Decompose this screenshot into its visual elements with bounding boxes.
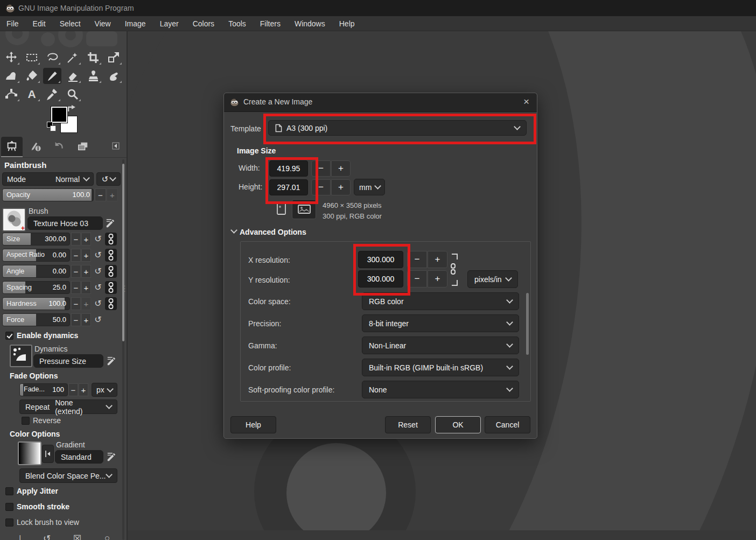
crop-tool-icon[interactable] (84, 50, 102, 66)
menu-windows[interactable]: Windows (295, 19, 325, 28)
dialog-titlebar[interactable]: Create a New Image × (224, 93, 537, 112)
menu-image[interactable]: Image (125, 19, 146, 28)
landscape-orientation-button[interactable] (292, 199, 316, 219)
color-space-dropdown[interactable]: RGB color (362, 292, 519, 310)
spacing-decrease-button[interactable]: − (71, 281, 81, 294)
portrait-orientation-icon[interactable] (276, 201, 286, 215)
resolution-unit-dropdown[interactable]: pixels/in (467, 270, 518, 288)
tab-tool-options[interactable] (1, 137, 23, 158)
width-decrease-button[interactable]: − (311, 160, 331, 177)
mode-reset-button[interactable]: ↺ (96, 172, 121, 186)
color-profile-dropdown[interactable]: Built-in RGB (GIMP built-in sRGB) (362, 359, 519, 376)
brush-name-field[interactable]: Texture Hose 03 (27, 216, 103, 230)
x-resolution-input[interactable]: 300.000 (358, 251, 403, 268)
aspect-ratio-link-button[interactable] (105, 249, 117, 262)
fuzzy-select-tool-icon[interactable] (64, 50, 82, 66)
angle-link-button[interactable] (105, 265, 117, 278)
menu-tools[interactable]: Tools (228, 19, 246, 28)
hardness-slider[interactable]: Hardness100.0 (2, 297, 70, 310)
eraser-tool-icon[interactable] (64, 68, 82, 84)
aspect-ratio-slider[interactable]: Aspect Ratio0.00 (2, 249, 70, 262)
gradient-thumbnail[interactable] (18, 441, 41, 465)
fade-increase-button[interactable]: + (79, 383, 88, 396)
menu-edit[interactable]: Edit (33, 19, 46, 28)
foreground-color-swatch[interactable] (51, 106, 68, 123)
width-input[interactable]: 419.95 (269, 160, 308, 177)
template-dropdown[interactable]: A3 (300 ppi) (268, 120, 527, 136)
swap-colors-icon[interactable] (67, 104, 76, 113)
tab-images[interactable] (72, 137, 94, 156)
height-decrease-button[interactable]: − (311, 179, 331, 195)
repeat-dropdown[interactable]: Repeat None (extend) (19, 399, 117, 414)
smooth-stroke-checkbox[interactable] (5, 503, 13, 511)
gamma-dropdown[interactable]: Non-Linear (362, 336, 519, 354)
tab-undo-history[interactable] (48, 137, 70, 156)
clone-tool-icon[interactable] (84, 68, 102, 84)
help-button[interactable]: Help (230, 416, 276, 433)
close-icon[interactable]: × (523, 96, 529, 108)
brush-thumbnail[interactable]: + (2, 208, 26, 232)
angle-slider[interactable]: Angle0.00 (2, 265, 70, 278)
angle-increase-button[interactable]: + (81, 265, 91, 278)
fade-decrease-button[interactable]: − (68, 383, 78, 396)
text-tool-icon[interactable]: A (23, 86, 41, 102)
advanced-options-header[interactable]: Advanced Options (240, 228, 306, 236)
dynamics-thumbnail[interactable] (10, 345, 32, 367)
gradient-tool-icon[interactable] (2, 68, 20, 84)
aspect-ratio-increase-button[interactable]: + (81, 249, 91, 262)
zoom-tool-icon[interactable] (64, 86, 82, 102)
transform-tool-icon[interactable] (104, 50, 123, 66)
advanced-scrollbar-thumb[interactable] (526, 293, 529, 355)
aspect-ratio-reset-icon[interactable]: ↺ (93, 250, 103, 260)
width-increase-button[interactable]: + (331, 160, 351, 177)
spacing-link-button[interactable] (105, 281, 117, 294)
opacity-slider[interactable]: Opacity 100.0 (2, 188, 94, 201)
move-tool-icon[interactable] (2, 50, 20, 66)
flip-gradient-button[interactable] (42, 445, 54, 463)
hardness-link-button[interactable] (105, 297, 117, 310)
reverse-checkbox[interactable] (22, 417, 30, 425)
force-reset-icon[interactable]: ↺ (93, 314, 103, 325)
tab-device-status[interactable] (25, 137, 46, 156)
preset-buttons-row[interactable]: ⊥↺☒○ (0, 533, 128, 540)
menu-view[interactable]: View (95, 19, 111, 28)
size-unit-dropdown[interactable]: mm (354, 179, 385, 195)
rectangle-select-tool-icon[interactable] (23, 50, 41, 66)
color-picker-tool-icon[interactable] (43, 86, 61, 102)
x-resolution-decrease-button[interactable]: − (407, 251, 427, 268)
enable-dynamics-checkbox[interactable] (5, 332, 13, 340)
edit-brush-icon[interactable] (106, 219, 115, 228)
fade-unit-dropdown[interactable]: px (92, 383, 117, 397)
hardness-decrease-button[interactable]: − (71, 297, 81, 310)
gradient-name-field[interactable]: Standard (55, 450, 103, 464)
free-select-tool-icon[interactable] (43, 50, 61, 66)
panel-scrollbar[interactable] (122, 159, 124, 540)
angle-decrease-button[interactable]: − (71, 265, 81, 278)
collapse-panel-icon[interactable] (112, 142, 120, 150)
spacing-increase-button[interactable]: + (81, 281, 91, 294)
reset-button[interactable]: Reset (385, 416, 431, 433)
advanced-options-expander-icon[interactable] (230, 227, 237, 234)
menu-filters[interactable]: Filters (260, 19, 281, 28)
edit-dynamics-icon[interactable] (107, 356, 116, 366)
paths-tool-icon[interactable] (2, 86, 20, 102)
ok-button[interactable]: OK (435, 416, 481, 433)
lock-brush-checkbox[interactable] (5, 518, 13, 527)
cancel-button[interactable]: Cancel (485, 416, 530, 433)
height-input[interactable]: 297.01 (269, 179, 308, 195)
opacity-increase-button[interactable]: + (107, 188, 118, 201)
chain-link-icon[interactable] (450, 263, 457, 275)
y-resolution-input[interactable]: 300.000 (358, 270, 403, 287)
spacing-slider[interactable]: Spacing25.0 (2, 281, 70, 294)
menu-colors[interactable]: Colors (193, 19, 214, 28)
edit-gradient-icon[interactable] (107, 452, 116, 462)
size-link-button[interactable] (105, 233, 117, 246)
y-resolution-increase-button[interactable]: + (428, 270, 447, 287)
force-increase-button[interactable]: + (81, 313, 91, 326)
spacing-reset-icon[interactable]: ↺ (93, 282, 103, 292)
bucket-fill-tool-icon[interactable] (23, 68, 41, 84)
opacity-decrease-button[interactable]: − (95, 188, 106, 201)
panel-divider[interactable] (127, 31, 128, 540)
menu-file[interactable]: File (6, 19, 19, 28)
apply-jitter-checkbox[interactable] (5, 487, 13, 495)
